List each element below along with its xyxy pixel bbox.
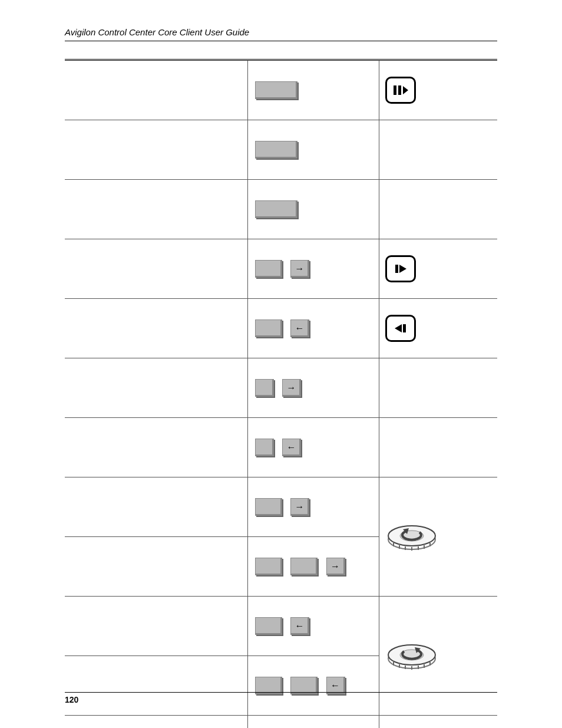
- cell-icon: [379, 60, 498, 120]
- cell-description: [65, 180, 248, 239]
- modifier-key: [255, 617, 282, 635]
- arrow-right-key: →: [290, 260, 309, 278]
- cell-description: [65, 656, 248, 716]
- arrow-left-key: ←: [282, 439, 301, 456]
- svg-rect-1: [398, 85, 401, 95]
- cell-icon: [379, 477, 498, 597]
- cell-shortcut: [248, 180, 379, 239]
- table-row: ←: [65, 597, 497, 656]
- cell-icon: [379, 299, 498, 358]
- play-forward-icon: [385, 255, 416, 282]
- play-backward-icon: [385, 315, 416, 342]
- modifier-key: [255, 498, 282, 516]
- cell-icon: [379, 358, 498, 418]
- cell-shortcut: [248, 120, 379, 180]
- shortcut-table: → ← →: [65, 59, 497, 728]
- cell-shortcut: ←: [248, 299, 379, 358]
- wide-key: [255, 141, 297, 159]
- svg-marker-5: [395, 324, 402, 332]
- cell-shortcut: ←: [248, 597, 379, 656]
- arrow-right-key: →: [282, 379, 301, 397]
- wide-key: [255, 200, 297, 218]
- table-row: →: [65, 239, 497, 299]
- page-header-title: Avigilon Control Center Core Client User…: [65, 27, 497, 41]
- svg-marker-4: [399, 265, 406, 273]
- arrow-left-key: ←: [290, 617, 309, 635]
- shuttle-ccw-icon: [385, 519, 438, 555]
- cell-shortcut: →: [248, 477, 379, 537]
- cell-shortcut: →: [248, 358, 379, 418]
- table-row: [65, 120, 497, 180]
- cell-description: [65, 597, 248, 656]
- svg-rect-0: [394, 85, 396, 95]
- cell-description: [65, 716, 248, 729]
- modifier-key: [255, 558, 282, 575]
- cell-description: [65, 60, 248, 120]
- modifier-key: [290, 558, 318, 575]
- table-row: [65, 716, 497, 729]
- cell-description: [65, 537, 248, 597]
- cell-description: [65, 418, 248, 477]
- cell-icon: [379, 716, 498, 729]
- cell-shortcut: ←: [248, 656, 379, 716]
- document-page: Avigilon Control Center Core Client User…: [0, 0, 562, 728]
- svg-rect-6: [403, 324, 406, 332]
- cell-description: [65, 477, 248, 537]
- cell-shortcut: ←: [248, 418, 379, 477]
- cell-icon: [379, 418, 498, 477]
- cell-description: [65, 358, 248, 418]
- small-key: [255, 379, 274, 397]
- cell-icon: [379, 180, 498, 239]
- cell-description: [65, 299, 248, 358]
- page-footer: 120: [65, 692, 497, 704]
- cell-icon: [379, 239, 498, 299]
- table-row: [65, 60, 497, 120]
- cell-shortcut: →: [248, 537, 379, 597]
- arrow-right-key: →: [326, 558, 345, 575]
- table-row: [65, 180, 497, 239]
- cell-shortcut: [248, 716, 379, 729]
- svg-rect-3: [395, 265, 398, 273]
- cell-description: [65, 120, 248, 180]
- pause-play-icon: [385, 77, 416, 104]
- shuttle-cw-icon: [385, 638, 438, 674]
- cell-icon: [379, 120, 498, 180]
- cell-shortcut: [248, 60, 379, 120]
- small-key: [255, 439, 274, 456]
- table-row: ←: [65, 418, 497, 477]
- table-row: →: [65, 358, 497, 418]
- arrow-left-key: ←: [290, 319, 309, 337]
- cell-description: [65, 239, 248, 299]
- arrow-right-key: →: [290, 498, 309, 516]
- page-number: 120: [65, 695, 78, 704]
- modifier-key: [255, 260, 282, 278]
- table-row: ←: [65, 299, 497, 358]
- modifier-key: [255, 319, 282, 337]
- svg-marker-2: [403, 86, 408, 94]
- cell-shortcut: →: [248, 239, 379, 299]
- table-row: →: [65, 477, 497, 537]
- wide-key: [255, 81, 297, 99]
